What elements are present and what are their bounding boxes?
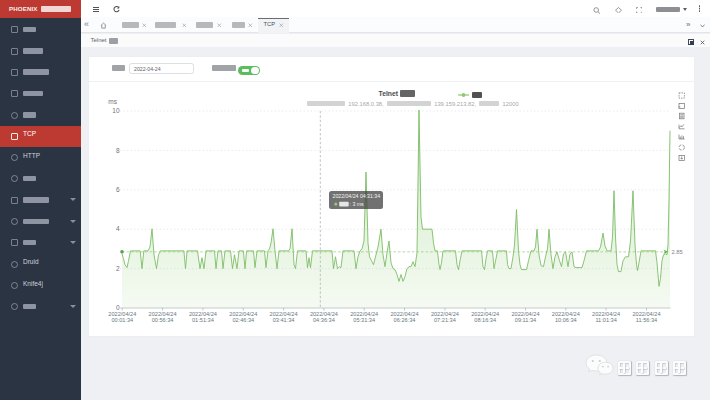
svg-text:06:26:34: 06:26:34 — [394, 317, 416, 323]
svg-text:ms: ms — [108, 98, 117, 105]
svg-text:2022/04/24: 2022/04/24 — [471, 311, 499, 317]
svg-text:0: 0 — [116, 304, 120, 311]
svg-text:2022/04/24: 2022/04/24 — [108, 311, 136, 317]
svg-text:2022/04/24: 2022/04/24 — [350, 311, 378, 317]
svg-text:2022/04/24: 2022/04/24 — [270, 311, 298, 317]
svg-text:07:21:34: 07:21:34 — [434, 317, 456, 323]
svg-text:6: 6 — [116, 186, 120, 193]
svg-text:2: 2 — [116, 265, 120, 272]
svg-text:00:01:34: 00:01:34 — [111, 317, 133, 323]
svg-text:11:56:34: 11:56:34 — [636, 317, 657, 323]
svg-text:09:11:34: 09:11:34 — [515, 317, 536, 323]
svg-text:08:16:34: 08:16:34 — [474, 317, 496, 323]
svg-text:4: 4 — [116, 225, 120, 232]
svg-text:00:56:34: 00:56:34 — [152, 317, 174, 323]
svg-text:2022/04/24: 2022/04/24 — [592, 311, 620, 317]
svg-text:2022/04/24: 2022/04/24 — [391, 311, 419, 317]
svg-text:2022/04/24 04:31:34: 2022/04/24 04:31:34 — [333, 193, 381, 199]
svg-text:02:46:34: 02:46:34 — [232, 317, 254, 323]
svg-text:: 3 ms: : 3 ms — [350, 201, 365, 207]
svg-text:05:31:34: 05:31:34 — [353, 317, 375, 323]
svg-text:11:01:34: 11:01:34 — [595, 317, 616, 323]
svg-text:2.85: 2.85 — [672, 249, 683, 255]
svg-text:10: 10 — [112, 107, 120, 114]
svg-text:2022/04/24: 2022/04/24 — [229, 311, 257, 317]
svg-text:04:36:34: 04:36:34 — [313, 317, 335, 323]
svg-text:2022/04/24: 2022/04/24 — [633, 311, 661, 317]
svg-text:10:06:34: 10:06:34 — [555, 317, 577, 323]
svg-text:2022/04/24: 2022/04/24 — [552, 311, 580, 317]
svg-text:03:41:34: 03:41:34 — [273, 317, 295, 323]
svg-text:2022/04/24: 2022/04/24 — [310, 311, 338, 317]
svg-text:2022/04/24: 2022/04/24 — [149, 311, 177, 317]
svg-text:2022/04/24: 2022/04/24 — [512, 311, 540, 317]
svg-text:2022/04/24: 2022/04/24 — [431, 311, 459, 317]
svg-text:8: 8 — [116, 147, 120, 154]
svg-text:01:51:34: 01:51:34 — [192, 317, 214, 323]
svg-text:2022/04/24: 2022/04/24 — [189, 311, 217, 317]
